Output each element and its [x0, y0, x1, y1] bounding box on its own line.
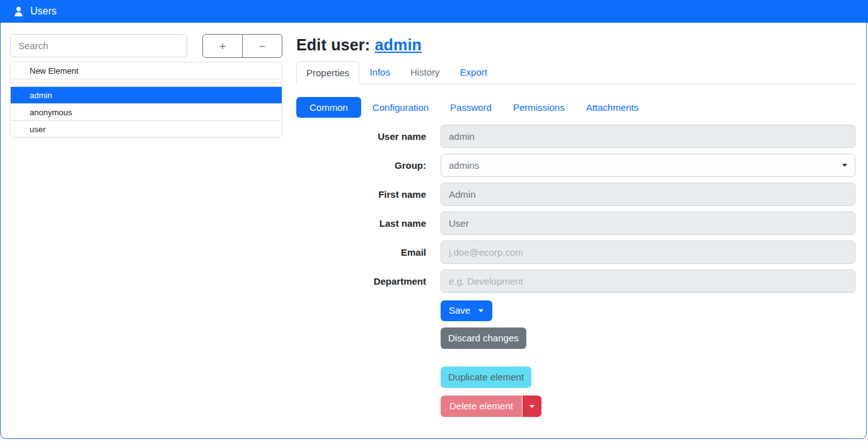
field-label-lastname: Last name [296, 218, 441, 229]
action-buttons: Save Discard changes Duplicate element D… [441, 300, 855, 417]
save-button-label: Save [449, 304, 470, 317]
group-select-value: admins [449, 160, 842, 171]
field-label-firstname: First name [296, 189, 441, 200]
username-input[interactable] [441, 125, 855, 148]
list-item-user[interactable]: user [11, 120, 282, 137]
field-label-group: Group: [296, 160, 441, 171]
department-input[interactable] [441, 270, 855, 293]
list-item-new-element[interactable]: New Element [11, 62, 282, 79]
save-button[interactable]: Save [441, 300, 492, 321]
discard-changes-button[interactable]: Discard changes [441, 327, 526, 349]
tab-export[interactable]: Export [450, 61, 497, 84]
form-row: First name [296, 183, 855, 206]
caret-down-icon [529, 405, 535, 408]
field-label-department: Department [296, 276, 441, 287]
sidebar: + − New Element admin anonymous user [1, 23, 287, 438]
users-icon [13, 6, 24, 17]
tab-bar: Properties Infos History Export [296, 61, 855, 84]
sidebar-controls: + − [10, 34, 282, 58]
lastname-input[interactable] [441, 212, 855, 235]
delete-element-button: Delete element [441, 396, 522, 417]
pill-configuration[interactable]: Configuration [362, 97, 439, 118]
pill-attachments[interactable]: Attachments [576, 97, 649, 118]
pill-bar: Common Configuration Password Permission… [296, 97, 855, 118]
page-title-prefix: Edit user: [296, 36, 370, 54]
chevron-down-icon [842, 164, 847, 167]
email-input[interactable] [441, 241, 855, 264]
search-input[interactable] [10, 34, 187, 57]
tab-infos[interactable]: Infos [359, 61, 400, 84]
edit-user-link[interactable]: admin [374, 36, 422, 54]
firstname-input[interactable] [441, 183, 855, 206]
delete-dropdown-toggle[interactable] [523, 396, 541, 417]
field-label-email: Email [296, 247, 441, 258]
main-panel: Edit user: admin Properties Infos Histor… [287, 23, 866, 438]
form-row: Email [296, 241, 855, 264]
page-title: Edit user: admin [296, 36, 855, 54]
app-title: Users [30, 6, 57, 17]
list-action-group: + − [202, 34, 282, 58]
element-list: New Element admin anonymous user [10, 62, 282, 138]
duplicate-element-button: Duplicate element [441, 367, 531, 388]
content-frame: + − New Element admin anonymous user Edi… [0, 23, 867, 439]
list-item-admin[interactable]: admin [11, 86, 282, 103]
field-label-username: User name [296, 131, 441, 142]
tab-history: History [400, 61, 450, 84]
add-element-button[interactable]: + [202, 34, 243, 58]
list-item-anonymous[interactable]: anonymous [11, 103, 282, 120]
group-select[interactable]: admins [441, 154, 855, 177]
pill-password[interactable]: Password [440, 97, 502, 118]
pill-permissions[interactable]: Permissions [503, 97, 575, 118]
user-form: User name Group: admins First name Last … [296, 125, 855, 293]
remove-element-button[interactable]: − [242, 34, 282, 58]
app-header: Users [0, 0, 868, 23]
caret-down-icon [478, 309, 483, 312]
form-row: Department [296, 270, 855, 293]
form-row: Last name [296, 212, 855, 235]
form-row: User name [296, 125, 855, 148]
pill-common[interactable]: Common [296, 97, 361, 118]
form-row: Group: admins [296, 154, 855, 177]
tab-properties[interactable]: Properties [296, 61, 359, 84]
